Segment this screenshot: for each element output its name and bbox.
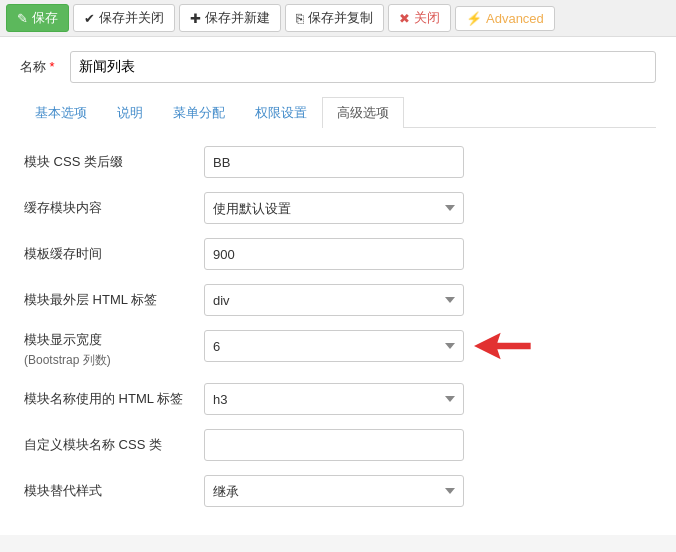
save-copy-label: 保存并复制 [308, 9, 373, 27]
advanced-label: Advanced [486, 11, 544, 26]
name-input[interactable] [70, 51, 656, 83]
title-html-tag-label: 模块名称使用的 HTML 标签 [24, 389, 204, 409]
bootstrap-width-main-label: 模块显示宽度 [24, 332, 102, 347]
cache-content-row: 缓存模块内容 使用默认设置 不缓存 缓存 [24, 192, 652, 224]
lightning-icon: ⚡ [466, 11, 482, 26]
tab-menu[interactable]: 菜单分配 [158, 97, 240, 128]
plus-icon: ✚ [190, 11, 201, 26]
css-suffix-row: 模块 CSS 类后缀 [24, 146, 652, 178]
tab-description[interactable]: 说明 [102, 97, 158, 128]
annotation-arrow [454, 326, 534, 369]
tab-basic[interactable]: 基本选项 [20, 97, 102, 128]
close-button[interactable]: ✖ 关闭 [388, 4, 451, 32]
name-field-label: 名称 * [20, 58, 60, 76]
cache-content-label: 缓存模块内容 [24, 198, 204, 218]
title-html-tag-select[interactable]: h1h2h3h4h5h6 [204, 383, 464, 415]
close-icon: ✖ [399, 11, 410, 26]
module-style-label: 模块替代样式 [24, 481, 204, 501]
bootstrap-width-row: 模块显示宽度 (Bootstrap 列数) 12345 6789101112 [24, 330, 652, 369]
save-close-label: 保存并关闭 [99, 9, 164, 27]
html-tag-row: 模块最外层 HTML 标签 div span section article [24, 284, 652, 316]
html-tag-label: 模块最外层 HTML 标签 [24, 290, 204, 310]
save-label: 保存 [32, 9, 58, 27]
copy-icon: ⎘ [296, 11, 304, 26]
save-button[interactable]: ✎ 保存 [6, 4, 69, 32]
custom-css-class-row: 自定义模块名称 CSS 类 [24, 429, 652, 461]
required-indicator: * [46, 59, 55, 74]
main-content: 名称 * 基本选项 说明 菜单分配 权限设置 高级选项 模块 CSS 类后缀 缓… [0, 37, 676, 535]
advanced-button[interactable]: ⚡ Advanced [455, 6, 555, 31]
cache-time-input[interactable] [204, 238, 464, 270]
bootstrap-width-sub-label: (Bootstrap 列数) [24, 353, 111, 367]
save-copy-button[interactable]: ⎘ 保存并复制 [285, 4, 384, 32]
cache-time-label: 模板缓存时间 [24, 244, 204, 264]
name-label-text: 名称 [20, 59, 46, 74]
cache-time-row: 模板缓存时间 [24, 238, 652, 270]
form-area: 模块 CSS 类后缀 缓存模块内容 使用默认设置 不缓存 缓存 模板缓存时间 模… [20, 146, 656, 507]
close-label: 关闭 [414, 9, 440, 27]
module-style-row: 模块替代样式 继承 无 xhtml html5 [24, 475, 652, 507]
name-row: 名称 * [20, 51, 656, 83]
html-tag-select[interactable]: div span section article [204, 284, 464, 316]
toolbar: ✎ 保存 ✔ 保存并关闭 ✚ 保存并新建 ⎘ 保存并复制 ✖ 关闭 ⚡ Adva… [0, 0, 676, 37]
bootstrap-width-select[interactable]: 12345 6789101112 [204, 330, 464, 362]
save-icon: ✎ [17, 11, 28, 26]
css-suffix-input[interactable] [204, 146, 464, 178]
save-new-label: 保存并新建 [205, 9, 270, 27]
save-new-button[interactable]: ✚ 保存并新建 [179, 4, 281, 32]
svg-marker-0 [474, 333, 531, 360]
cache-content-select[interactable]: 使用默认设置 不缓存 缓存 [204, 192, 464, 224]
tab-permissions[interactable]: 权限设置 [240, 97, 322, 128]
custom-css-class-input[interactable] [204, 429, 464, 461]
save-close-button[interactable]: ✔ 保存并关闭 [73, 4, 175, 32]
css-suffix-label: 模块 CSS 类后缀 [24, 152, 204, 172]
custom-css-class-label: 自定义模块名称 CSS 类 [24, 435, 204, 455]
module-style-select[interactable]: 继承 无 xhtml html5 [204, 475, 464, 507]
tabs: 基本选项 说明 菜单分配 权限设置 高级选项 [20, 97, 656, 128]
checkmark-icon: ✔ [84, 11, 95, 26]
title-html-tag-row: 模块名称使用的 HTML 标签 h1h2h3h4h5h6 [24, 383, 652, 415]
bootstrap-width-label: 模块显示宽度 (Bootstrap 列数) [24, 330, 204, 369]
tab-advanced[interactable]: 高级选项 [322, 97, 404, 128]
